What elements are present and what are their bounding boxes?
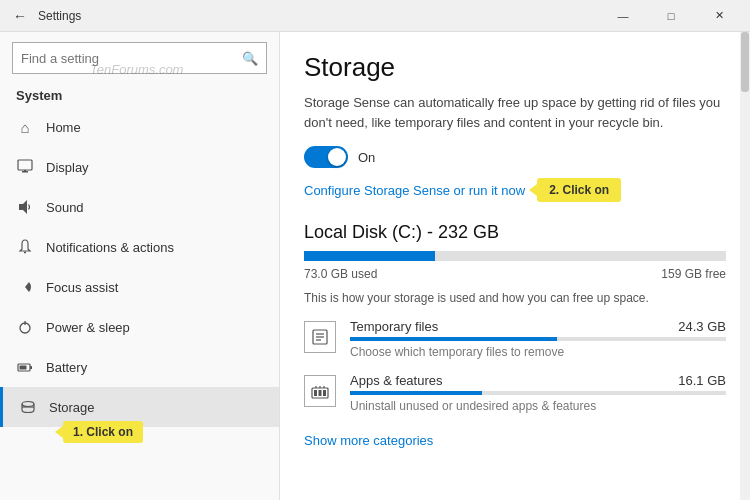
- disk-bar-description: This is how your storage is used and how…: [304, 291, 726, 305]
- storage-item-apps: Apps & features 16.1 GB Uninstall unused…: [304, 373, 726, 413]
- maximize-button[interactable]: □: [648, 0, 694, 32]
- toggle-row: On: [304, 146, 726, 168]
- disk-free-label: 159 GB free: [661, 267, 726, 281]
- temp-files-bar-fill: [350, 337, 557, 341]
- sidebar-item-display[interactable]: Display: [0, 147, 279, 187]
- temp-files-size: 24.3 GB: [678, 319, 726, 334]
- show-more-link[interactable]: Show more categories: [304, 433, 433, 448]
- disk-used-label: 73.0 GB used: [304, 267, 377, 281]
- sidebar-item-label: Display: [46, 160, 89, 175]
- callout-1-badge: 1. Click on: [63, 421, 143, 443]
- sidebar-item-power[interactable]: Power & sleep: [0, 307, 279, 347]
- svg-rect-0: [18, 160, 32, 170]
- callout-1-container: 1. Click on: [63, 421, 143, 443]
- system-section-label: System: [0, 80, 279, 107]
- title-bar: ← Settings — □ ✕: [0, 0, 750, 32]
- toggle-knob: [328, 148, 346, 166]
- storage-description: Storage Sense can automatically free up …: [304, 93, 724, 132]
- display-icon: [16, 158, 34, 176]
- callout-2-wrapper: 2. Click on: [537, 178, 621, 202]
- disk-bar-container: [304, 251, 726, 261]
- notifications-icon: [16, 238, 34, 256]
- disk-bar-fill: [304, 251, 435, 261]
- temp-files-name: Temporary files: [350, 319, 438, 334]
- title-bar-title: Settings: [38, 9, 600, 23]
- focus-icon: [16, 278, 34, 296]
- sidebar-item-label: Storage: [49, 400, 95, 415]
- home-icon: ⌂: [16, 118, 34, 136]
- apps-features-top: Apps & features 16.1 GB: [350, 373, 726, 388]
- page-title: Storage: [304, 52, 726, 83]
- temp-files-bar-bg: [350, 337, 726, 341]
- sidebar-item-label: Notifications & actions: [46, 240, 174, 255]
- search-input[interactable]: [21, 51, 242, 66]
- callout-2-badge: 2. Click on: [537, 178, 621, 202]
- callout-1-arrow: [55, 426, 63, 438]
- sidebar-item-sound[interactable]: Sound: [0, 187, 279, 227]
- apps-features-content: Apps & features 16.1 GB Uninstall unused…: [350, 373, 726, 413]
- search-icon: 🔍: [242, 51, 258, 66]
- toggle-label: On: [358, 150, 375, 165]
- sidebar-item-label: Power & sleep: [46, 320, 130, 335]
- callout-2-arrow: [529, 184, 537, 196]
- apps-features-name: Apps & features: [350, 373, 443, 388]
- sidebar-item-label: Home: [46, 120, 81, 135]
- apps-features-desc: Uninstall unused or undesired apps & fea…: [350, 399, 726, 413]
- scrollbar-thumb[interactable]: [741, 32, 749, 92]
- svg-rect-9: [20, 366, 27, 370]
- sidebar-item-home[interactable]: ⌂ Home: [0, 107, 279, 147]
- apps-features-size: 16.1 GB: [678, 373, 726, 388]
- svg-point-10: [22, 402, 34, 407]
- window-controls: — □ ✕: [600, 0, 742, 32]
- svg-rect-8: [30, 366, 32, 369]
- content-area: Storage Storage Sense can automatically …: [280, 32, 750, 500]
- sidebar: 🔍 System ⌂ Home Display Sound N: [0, 32, 280, 500]
- sidebar-item-focus[interactable]: Focus assist: [0, 267, 279, 307]
- svg-rect-2: [24, 170, 26, 172]
- sidebar-item-battery[interactable]: Battery: [0, 347, 279, 387]
- svg-rect-17: [314, 390, 317, 396]
- close-button[interactable]: ✕: [696, 0, 742, 32]
- temp-files-content: Temporary files 24.3 GB Choose which tem…: [350, 319, 726, 359]
- sidebar-item-label: Sound: [46, 200, 84, 215]
- power-icon: [16, 318, 34, 336]
- sound-icon: [16, 198, 34, 216]
- sidebar-item-notifications[interactable]: Notifications & actions: [0, 227, 279, 267]
- svg-marker-3: [19, 200, 27, 214]
- configure-link[interactable]: Configure Storage Sense or run it now: [304, 183, 525, 198]
- sidebar-item-label: Battery: [46, 360, 87, 375]
- temp-files-top: Temporary files 24.3 GB: [350, 319, 726, 334]
- callout-2-text: 2. Click on: [549, 183, 609, 197]
- temp-files-icon: [304, 321, 336, 353]
- config-link-row: Configure Storage Sense or run it now 2.…: [304, 178, 726, 202]
- storage-sense-toggle[interactable]: [304, 146, 348, 168]
- svg-rect-18: [319, 390, 322, 396]
- storage-item-temp: Temporary files 24.3 GB Choose which tem…: [304, 319, 726, 359]
- apps-features-bar-bg: [350, 391, 726, 395]
- disk-labels: 73.0 GB used 159 GB free: [304, 267, 726, 281]
- battery-icon: [16, 358, 34, 376]
- minimize-button[interactable]: —: [600, 0, 646, 32]
- apps-features-bar-fill: [350, 391, 482, 395]
- temp-files-desc: Choose which temporary files to remove: [350, 345, 726, 359]
- back-button[interactable]: ←: [8, 4, 32, 28]
- sidebar-item-storage[interactable]: Storage 1. Click on: [0, 387, 279, 427]
- svg-rect-19: [323, 390, 326, 396]
- search-bar[interactable]: 🔍: [12, 42, 267, 74]
- storage-icon: [19, 398, 37, 416]
- scrollbar[interactable]: [740, 32, 750, 500]
- disk-title: Local Disk (C:) - 232 GB: [304, 222, 726, 243]
- callout-1-text: 1. Click on: [73, 425, 133, 439]
- app-body: 🔍 System ⌂ Home Display Sound N: [0, 32, 750, 500]
- sidebar-item-label: Focus assist: [46, 280, 118, 295]
- apps-features-icon: [304, 375, 336, 407]
